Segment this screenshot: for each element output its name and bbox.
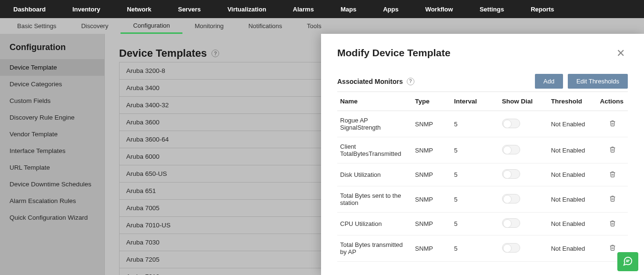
delete-icon[interactable] — [609, 146, 616, 153]
modify-device-template-panel: Modify Device Template ✕ Associated Moni… — [321, 34, 644, 275]
show-dial-toggle[interactable] — [502, 119, 520, 128]
sidebar-item-url-template[interactable]: URL Template — [0, 159, 104, 176]
config-sidebar: Configuration Device Template Device Cat… — [0, 34, 105, 275]
show-dial-toggle[interactable] — [502, 243, 520, 253]
table-row: Total Bytes transmitted by APSNMP5Not En… — [337, 235, 628, 262]
sidebar-item-device-downtime-schedules[interactable]: Device Downtime Schedules — [0, 176, 104, 193]
monitor-type: SNMP — [412, 213, 451, 235]
sidebar-title: Configuration — [0, 34, 104, 59]
monitor-threshold: Not Enabled — [548, 137, 597, 163]
monitor-name: Total Bytes sent to the station — [337, 186, 412, 213]
associated-monitors-label: Associated Monitors ? — [337, 78, 414, 85]
close-icon[interactable]: ✕ — [614, 47, 628, 60]
monitor-name: Disk Utilization — [337, 163, 412, 186]
col-interval: Interval — [451, 92, 499, 111]
sidebar-item-interface-templates[interactable]: Interface Templates — [0, 143, 104, 159]
page-title-text: Device Templates — [119, 47, 207, 60]
subnav-basic-settings[interactable]: Basic Settings — [5, 18, 69, 34]
nav-reports[interactable]: Reports — [517, 0, 567, 18]
edit-thresholds-button[interactable]: Edit Thresholds — [568, 74, 628, 89]
monitor-type: SNMP — [412, 186, 451, 213]
monitor-threshold: Not Enabled — [548, 213, 597, 235]
monitor-threshold: Not Enabled — [548, 163, 597, 186]
monitors-table: Name Type Interval Show Dial Threshold A… — [337, 92, 628, 262]
sub-nav: Basic Settings Discovery Configuration M… — [0, 18, 644, 34]
chat-button[interactable] — [617, 252, 638, 271]
monitor-name: Client TotalBytesTransmitted — [337, 137, 412, 163]
monitor-name: CPU Utilization — [337, 213, 412, 235]
monitor-name: Rogue AP SignalStrength — [337, 111, 412, 137]
subnav-tools[interactable]: Tools — [294, 18, 333, 34]
delete-icon[interactable] — [609, 120, 616, 127]
sidebar-item-device-categories[interactable]: Device Categories — [0, 76, 104, 92]
help-icon[interactable]: ? — [211, 50, 219, 57]
show-dial-toggle[interactable] — [502, 218, 520, 228]
panel-title: Modify Device Template — [337, 47, 451, 59]
nav-apps[interactable]: Apps — [370, 0, 412, 18]
col-name: Name — [337, 92, 412, 111]
table-row: Client TotalBytesTransmittedSNMP5Not Ena… — [337, 137, 628, 163]
nav-settings[interactable]: Settings — [466, 0, 517, 18]
monitor-threshold: Not Enabled — [548, 111, 597, 137]
table-row: Total Bytes sent to the stationSNMP5Not … — [337, 186, 628, 213]
subnav-configuration[interactable]: Configuration — [121, 18, 182, 34]
subnav-monitoring[interactable]: Monitoring — [182, 18, 236, 34]
nav-inventory[interactable]: Inventory — [59, 0, 114, 18]
nav-alarms[interactable]: Alarms — [280, 0, 327, 18]
sidebar-menu: Device Template Device Categories Custom… — [0, 59, 104, 226]
col-show-dial: Show Dial — [499, 92, 548, 111]
show-dial-toggle[interactable] — [502, 194, 520, 204]
nav-virtualization[interactable]: Virtualization — [214, 0, 279, 18]
col-threshold: Threshold — [548, 92, 597, 111]
top-nav: Dashboard Inventory Network Servers Virt… — [0, 0, 644, 18]
nav-network[interactable]: Network — [113, 0, 164, 18]
help-icon[interactable]: ? — [407, 78, 414, 85]
subnav-notifications[interactable]: Notifications — [236, 18, 294, 34]
add-button[interactable]: Add — [535, 74, 563, 89]
col-actions: Actions — [597, 92, 628, 111]
panel-header: Modify Device Template ✕ — [321, 34, 644, 65]
monitor-type: SNMP — [412, 235, 451, 262]
show-dial-toggle[interactable] — [502, 169, 520, 179]
sidebar-item-vendor-template[interactable]: Vendor Template — [0, 126, 104, 143]
monitor-name: Total Bytes transmitted by AP — [337, 235, 412, 262]
section-title-text: Associated Monitors — [337, 78, 403, 85]
monitor-interval: 5 — [451, 235, 499, 262]
subnav-discovery[interactable]: Discovery — [69, 18, 121, 34]
nav-servers[interactable]: Servers — [165, 0, 214, 18]
monitor-interval: 5 — [451, 186, 499, 213]
monitor-interval: 5 — [451, 137, 499, 163]
col-type: Type — [412, 92, 451, 111]
nav-workflow[interactable]: Workflow — [412, 0, 466, 18]
sidebar-item-custom-fields[interactable]: Custom Fields — [0, 92, 104, 109]
monitor-interval: 5 — [451, 163, 499, 186]
monitor-type: SNMP — [412, 111, 451, 137]
monitor-threshold: Not Enabled — [548, 186, 597, 213]
show-dial-toggle[interactable] — [502, 145, 520, 154]
table-row: CPU UtilizationSNMP5Not Enabled — [337, 213, 628, 235]
sidebar-item-discovery-rule-engine[interactable]: Discovery Rule Engine — [0, 109, 104, 126]
monitor-type: SNMP — [412, 137, 451, 163]
delete-icon[interactable] — [609, 244, 616, 251]
delete-icon[interactable] — [609, 195, 616, 202]
nav-dashboard[interactable]: Dashboard — [0, 0, 59, 18]
sidebar-item-quick-configuration-wizard[interactable]: Quick Configuration Wizard — [0, 209, 104, 226]
panel-body: Associated Monitors ? Add Edit Threshold… — [321, 65, 644, 275]
sidebar-item-alarm-escalation-rules[interactable]: Alarm Escalation Rules — [0, 193, 104, 209]
delete-icon[interactable] — [609, 171, 616, 178]
monitor-type: SNMP — [412, 163, 451, 186]
associated-monitors-header: Associated Monitors ? Add Edit Threshold… — [337, 74, 628, 89]
sidebar-item-device-template[interactable]: Device Template — [0, 59, 104, 76]
table-row: Rogue AP SignalStrengthSNMP5Not Enabled — [337, 111, 628, 137]
monitor-interval: 5 — [451, 111, 499, 137]
delete-icon[interactable] — [609, 220, 616, 227]
monitor-threshold: Not Enabled — [548, 235, 597, 262]
monitor-interval: 5 — [451, 213, 499, 235]
chat-icon — [623, 256, 633, 268]
nav-maps[interactable]: Maps — [327, 0, 370, 18]
table-row: Disk UtilizationSNMP5Not Enabled — [337, 163, 628, 186]
